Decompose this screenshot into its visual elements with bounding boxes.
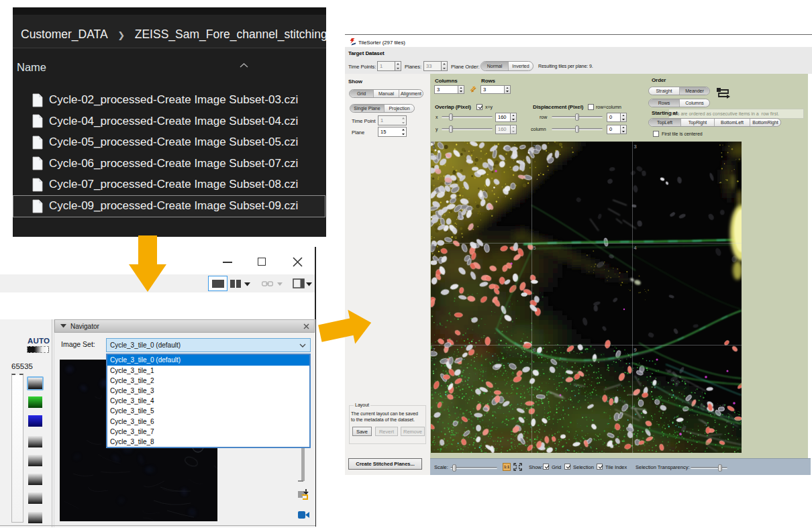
- svg-text:5: 5: [534, 245, 536, 251]
- svg-text:6: 6: [433, 245, 436, 251]
- svg-text:8: 8: [534, 347, 536, 353]
- svg-text:1: 1: [433, 144, 436, 150]
- svg-text:9: 9: [634, 347, 637, 353]
- svg-text:7: 7: [433, 347, 436, 353]
- svg-text:4: 4: [634, 245, 637, 251]
- svg-text:3: 3: [634, 144, 637, 150]
- svg-text:2: 2: [534, 144, 536, 150]
